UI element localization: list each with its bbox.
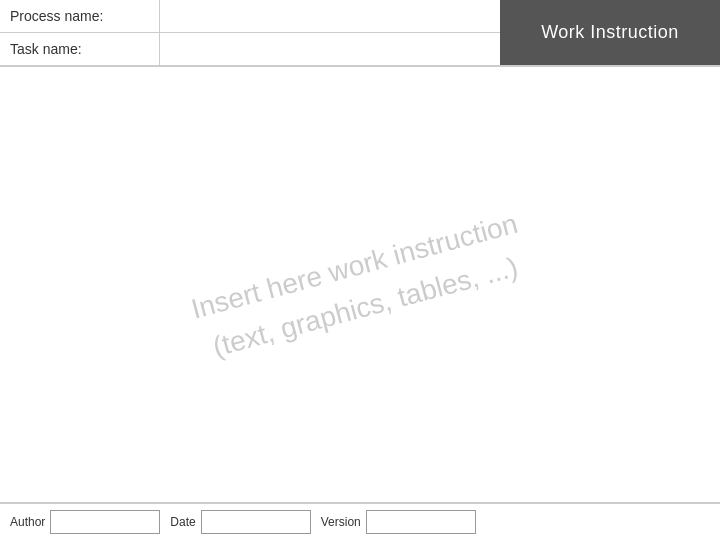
process-input[interactable] — [160, 0, 500, 32]
author-input[interactable] — [50, 510, 160, 534]
main-content: Insert here work instruction (text, grap… — [0, 67, 720, 507]
version-input[interactable] — [366, 510, 476, 534]
author-label: Author — [10, 515, 45, 529]
footer: Author Date Version — [0, 502, 720, 540]
task-row: Task name: — [0, 33, 500, 65]
author-field: Author — [10, 510, 160, 534]
process-row: Process name: — [0, 0, 500, 33]
placeholder-instruction: Insert here work instruction (text, grap… — [187, 203, 533, 371]
header-fields: Process name: Task name: — [0, 0, 500, 65]
date-label: Date — [170, 515, 195, 529]
header: Process name: Task name: Work Instructio… — [0, 0, 720, 67]
title-text: Work Instruction — [541, 22, 679, 43]
date-field: Date — [170, 510, 310, 534]
date-input[interactable] — [201, 510, 311, 534]
task-input[interactable] — [160, 33, 500, 65]
title-box: Work Instruction — [500, 0, 720, 65]
version-field: Version — [321, 510, 476, 534]
process-label: Process name: — [0, 0, 160, 32]
version-label: Version — [321, 515, 361, 529]
task-label: Task name: — [0, 33, 160, 65]
